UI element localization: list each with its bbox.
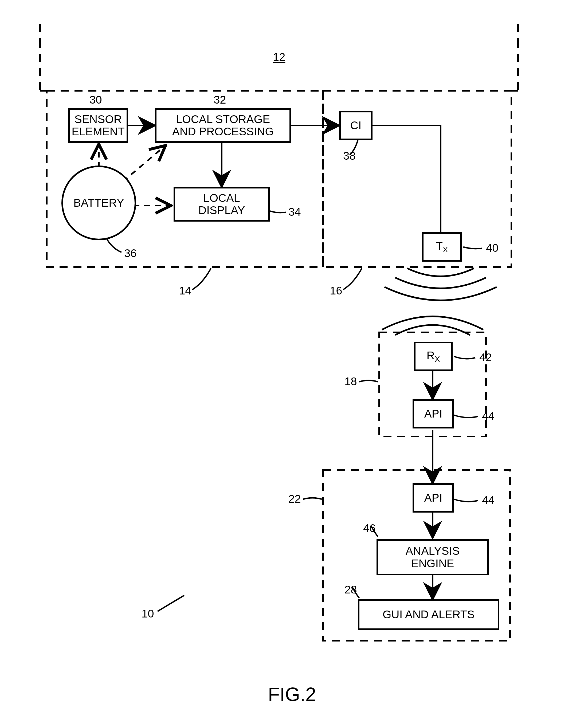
figure-caption: FIG.2 [0, 683, 584, 705]
figure-page: 12 SENSOR ELEMENT 30 LOCAL STORAGE AND P… [0, 0, 584, 728]
block-sensor-element: SENSOR ELEMENT [68, 108, 128, 143]
block-tx: TX [422, 232, 462, 262]
ref-api-1: 44 [482, 410, 494, 423]
block-analysis-engine: ANALYSIS ENGINE [377, 539, 489, 575]
block-gui-alerts: GUI AND ALERTS [358, 599, 499, 630]
ref-ci: 38 [343, 150, 356, 162]
ref-gui: 28 [345, 583, 357, 596]
tx-label: TX [436, 240, 448, 254]
ref-rx: 42 [479, 351, 492, 364]
block-battery: BATTERY [61, 165, 136, 240]
ref-engine: 46 [363, 522, 376, 535]
ref-rx-group: 18 [345, 375, 357, 388]
ref-sensor: 30 [90, 94, 102, 106]
ref-storage: 32 [213, 94, 226, 106]
rx-label: RX [427, 349, 440, 364]
block-local-display: LOCAL DISPLAY [174, 187, 270, 222]
ref-sensor-group: 14 [179, 284, 192, 297]
ref-battery: 36 [124, 247, 137, 260]
block-api-2: API [412, 483, 454, 513]
ref-analysis-group: 22 [288, 493, 301, 505]
svg-line-18 [123, 146, 166, 182]
block-local-storage: LOCAL STORAGE AND PROCESSING [155, 108, 291, 143]
ref-top-group: 12 [270, 51, 288, 63]
ref-api-2: 44 [482, 494, 494, 507]
block-rx: RX [414, 342, 453, 371]
ref-tx: 40 [486, 242, 499, 254]
block-ci: CI [339, 111, 373, 140]
ref-overall: 10 [142, 607, 154, 620]
ref-display: 34 [288, 206, 301, 218]
ref-ci-group: 16 [330, 284, 342, 297]
block-api-1: API [412, 399, 454, 428]
